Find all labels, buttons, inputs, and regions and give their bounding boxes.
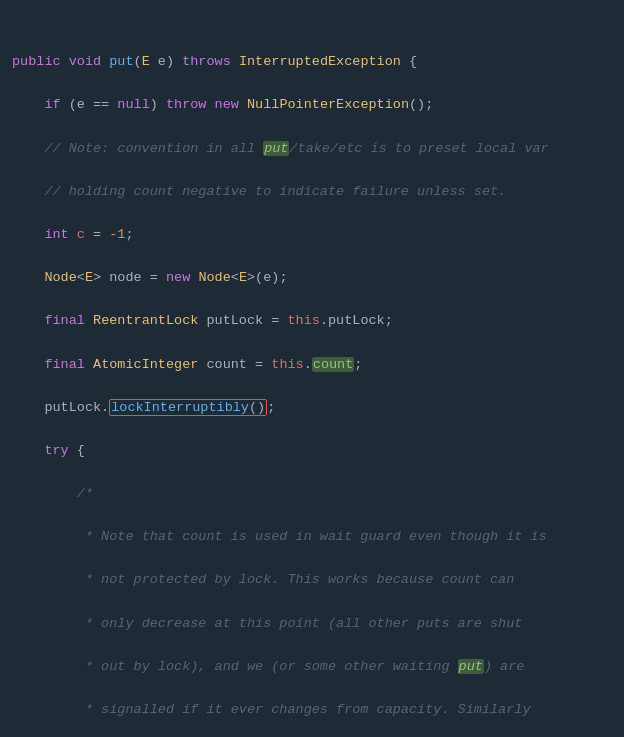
line-4: // holding count negative to indicate fa…: [12, 181, 612, 203]
line-6: Node<E> node = new Node<E>(e);: [12, 267, 612, 289]
line-10: try {: [12, 440, 612, 462]
code-block: public void put(E e) throws InterruptedE…: [0, 0, 624, 737]
line-5: int c = -1;: [12, 224, 612, 246]
line-8: final AtomicInteger count = this.count;: [12, 354, 612, 376]
line-9: putLock.lockInterruptibly();: [12, 397, 612, 419]
line-14: * only decrease at this point (all other…: [12, 613, 612, 635]
line-15: * out by lock), and we (or some other wa…: [12, 656, 612, 678]
line-11: /*: [12, 483, 612, 505]
line-7: final ReentrantLock putLock = this.putLo…: [12, 310, 612, 332]
line-1: public void put(E e) throws InterruptedE…: [12, 51, 612, 73]
line-16: * signalled if it ever changes from capa…: [12, 699, 612, 721]
line-13: * not protected by lock. This works beca…: [12, 569, 612, 591]
line-12: * Note that count is used in wait guard …: [12, 526, 612, 548]
line-2: if (e == null) throw new NullPointerExce…: [12, 94, 612, 116]
line-3: // Note: convention in all put/take/etc …: [12, 138, 612, 160]
